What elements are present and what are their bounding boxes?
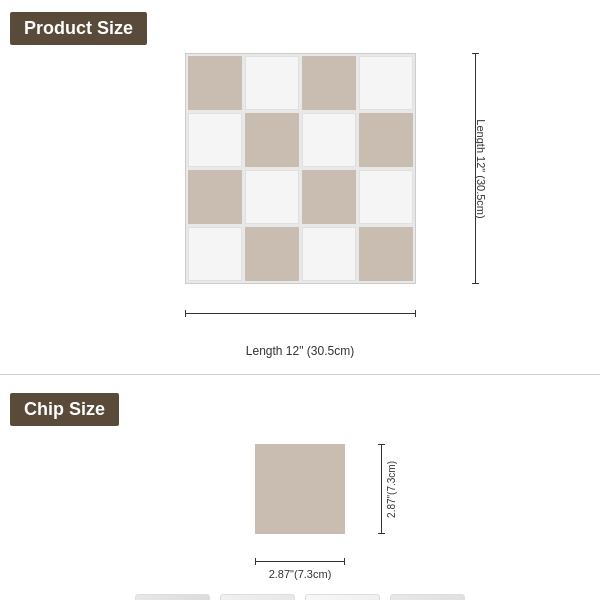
chip-grid-container: 2.87"(7.3cm) 2.87"(7.3cm) bbox=[10, 434, 590, 534]
apply-icon-box bbox=[305, 594, 380, 600]
horizontal-dim-line bbox=[185, 313, 416, 314]
chip-bottom-dimension: 2.87"(7.3cm) bbox=[255, 561, 345, 562]
product-size-section: Product Size bbox=[0, 0, 600, 294]
right-dim-label: Length 12" (30.5cm) bbox=[475, 119, 487, 218]
chip-height-label: 2.87"(7.3cm) bbox=[386, 461, 397, 518]
chip-width-label: 2.87"(7.3cm) bbox=[269, 568, 332, 580]
single-chip-tile bbox=[255, 444, 345, 534]
tile bbox=[359, 227, 413, 281]
tile bbox=[188, 227, 242, 281]
tile bbox=[245, 56, 299, 110]
icons-row: ✦ ✦ ✦ bbox=[10, 594, 590, 600]
tile bbox=[188, 170, 242, 224]
tile-grid bbox=[185, 53, 416, 284]
bottom-dimension: Length 12" (30.5cm) bbox=[185, 313, 416, 314]
tile bbox=[245, 113, 299, 167]
tile bbox=[302, 227, 356, 281]
tile bbox=[359, 56, 413, 110]
bottom-dim-label: Length 12" (30.5cm) bbox=[246, 344, 354, 358]
tile bbox=[302, 170, 356, 224]
tile bbox=[359, 113, 413, 167]
tile bbox=[359, 170, 413, 224]
chip-vertical-dim-line bbox=[381, 444, 382, 534]
right-dimension: Length 12" (30.5cm) bbox=[475, 53, 476, 284]
chip-size-section: Chip Size 2.87"(7.3cm) 2.87"(7.3cm) bbox=[0, 385, 600, 600]
tile bbox=[245, 170, 299, 224]
section-divider bbox=[0, 374, 600, 375]
product-size-label: Product Size bbox=[10, 12, 147, 45]
chip-right-dimension: 2.87"(7.3cm) bbox=[381, 444, 397, 534]
mosaic-icon-box bbox=[390, 594, 465, 600]
tile bbox=[188, 113, 242, 167]
chip-size-label: Chip Size bbox=[10, 393, 119, 426]
grid-with-dims: Length 12" (30.5cm) Length 12" (30.5cm) bbox=[185, 53, 416, 284]
peel-clean-icon-box: ✦ ✦ ✦ bbox=[135, 594, 210, 600]
tile bbox=[302, 56, 356, 110]
tile bbox=[302, 113, 356, 167]
chip-with-dims: 2.87"(7.3cm) 2.87"(7.3cm) bbox=[255, 444, 345, 534]
chip-horizontal-dim-line bbox=[255, 561, 345, 562]
product-grid-container: Length 12" (30.5cm) Length 12" (30.5cm) bbox=[10, 53, 590, 284]
tile bbox=[245, 227, 299, 281]
cut-icon-box bbox=[220, 594, 295, 600]
tile bbox=[188, 56, 242, 110]
